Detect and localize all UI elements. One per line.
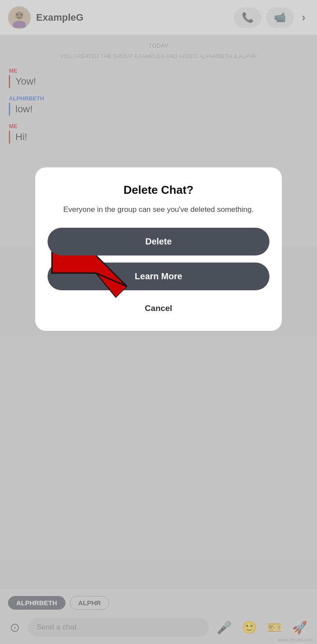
delete-chat-modal: Delete Chat? Everyone in the group can s… [35, 167, 282, 331]
cancel-label: Cancel [145, 303, 172, 313]
learn-more-button[interactable]: Learn More [48, 263, 269, 290]
delete-label: Delete [145, 237, 172, 246]
modal-overlay: Delete Chat? Everyone in the group can s… [0, 0, 317, 644]
cancel-button[interactable]: Cancel [134, 300, 183, 317]
delete-button[interactable]: Delete [48, 228, 269, 255]
learn-more-label: Learn More [135, 271, 182, 281]
modal-description: Everyone in the group can see you've del… [63, 204, 254, 215]
modal-title: Delete Chat? [124, 183, 194, 197]
